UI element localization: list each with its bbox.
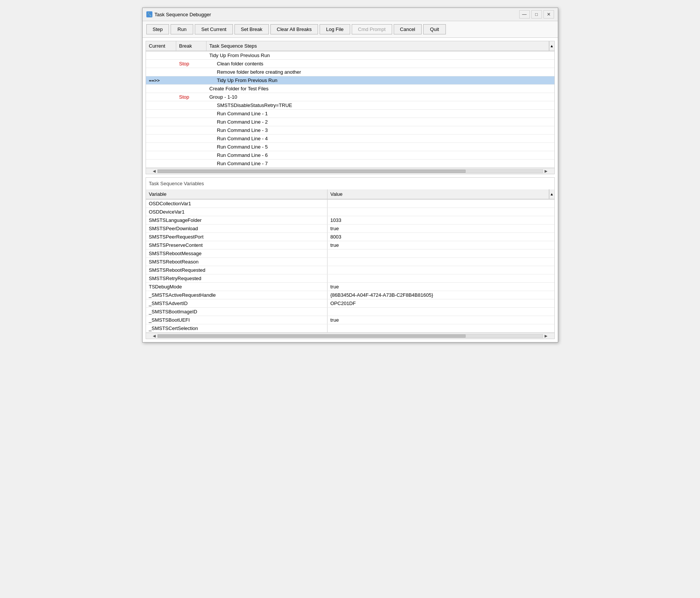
sequence-row[interactable]: StopClean folder contents	[146, 60, 554, 68]
cell-variable-name: _SMSTSActiveRequestHandle	[146, 291, 327, 299]
variables-horizontal-scrollbar[interactable]: ◀ ▶	[146, 333, 554, 339]
variable-row[interactable]: SMSTSPreserveContenttrue	[146, 241, 554, 249]
sequence-row[interactable]: Create Folder for Test Files	[146, 85, 554, 93]
cell-break	[176, 129, 206, 132]
var-scroll-track[interactable]	[157, 334, 543, 338]
cell-variable-name: SMSTSRetryRequested	[146, 274, 327, 282]
log-file-button[interactable]: Log File	[320, 24, 350, 34]
sequence-row[interactable]: Run Command Line - 1	[146, 110, 554, 118]
variable-row[interactable]: TSDebugModetrue	[146, 283, 554, 291]
variable-row[interactable]: SMSTSPeerDownloadtrue	[146, 225, 554, 233]
scroll-thumb[interactable]	[158, 170, 466, 173]
sequence-row[interactable]: Run Command Line - 3	[146, 126, 554, 135]
cell-current	[146, 113, 176, 115]
cell-break	[176, 113, 206, 115]
minimize-button[interactable]: —	[519, 10, 530, 19]
step-button[interactable]: Step	[146, 24, 169, 34]
variable-row[interactable]: _SMSTSActiveRequestHandle{86B345D4-A04F-…	[146, 291, 554, 299]
cell-step: SMSTSDisableStatusRetry=TRUE	[206, 101, 554, 109]
cell-variable-name: SMSTSRebootMessage	[146, 249, 327, 257]
header-value: Value	[327, 189, 549, 199]
variable-row[interactable]: OSDCollectionVar1	[146, 200, 554, 208]
cell-variable-value	[327, 269, 554, 271]
toolbar: StepRunSet CurrentSet BreakClear All Bre…	[143, 21, 558, 38]
variables-panel: Task Sequence Variables Variable Value ▲…	[146, 177, 555, 339]
sequence-row[interactable]: Run Command Line - 6	[146, 151, 554, 160]
cell-current	[146, 104, 176, 107]
cell-step: Tidy Up From Previous Run	[206, 76, 554, 84]
var-scroll-left-icon[interactable]: ◀	[151, 334, 157, 338]
cell-variable-value: 1033	[327, 216, 554, 224]
title-bar-left: 🔧 Task Sequence Debugger	[146, 11, 211, 17]
variable-row[interactable]: _SMSTSBootImageID	[146, 308, 554, 316]
variable-row[interactable]: SMSTSRetryRequested	[146, 274, 554, 283]
set-current-button[interactable]: Set Current	[195, 24, 233, 34]
sequence-row[interactable]: Run Command Line - 7	[146, 160, 554, 168]
cell-variable-name: _SMSTSCertSelection	[146, 324, 327, 332]
scroll-track[interactable]	[157, 169, 543, 173]
cell-variable-value	[327, 253, 554, 255]
variable-row[interactable]: _SMSTSAdvertIDOPC201DF	[146, 299, 554, 308]
cell-break	[176, 104, 206, 107]
variable-row[interactable]: SMSTSPeerRequestPort8003	[146, 233, 554, 241]
scroll-left-icon[interactable]: ◀	[151, 169, 157, 173]
cell-variable-name: SMSTSRebootReason	[146, 258, 327, 266]
sequence-row[interactable]: Run Command Line - 2	[146, 118, 554, 126]
variable-row[interactable]: _SMSTSCertSelection	[146, 324, 554, 333]
cell-variable-value: true	[327, 283, 554, 291]
cell-variable-name: SMSTSPreserveContent	[146, 241, 327, 249]
maximize-button[interactable]: □	[531, 10, 542, 19]
scroll-right-icon[interactable]: ▶	[543, 169, 549, 173]
sequence-row[interactable]: Remove folder before creating another	[146, 68, 554, 76]
cmd-prompt-button: Cmd Prompt	[352, 24, 392, 34]
sequence-row[interactable]: StopGroup - 1-10	[146, 93, 554, 101]
variable-row[interactable]: SMSTSLanguageFolder1033	[146, 216, 554, 225]
sequence-row[interactable]: Tidy Up From Previous Run	[146, 51, 554, 60]
cell-variable-name: _SMSTSBootUEFI	[146, 316, 327, 324]
variable-row[interactable]: _SMSTSBootUEFItrue	[146, 316, 554, 324]
cell-variable-name: _SMSTSBootImageID	[146, 308, 327, 316]
sequence-row[interactable]: Run Command Line - 5	[146, 143, 554, 151]
sequence-grid-header: Current Break Task Sequence Steps ▲	[146, 41, 554, 51]
set-break-button[interactable]: Set Break	[234, 24, 269, 34]
scroll-up-icon[interactable]: ▲	[549, 41, 554, 51]
sequence-row[interactable]: SMSTSDisableStatusRetry=TRUE	[146, 101, 554, 110]
sequence-row[interactable]: ==>>Tidy Up From Previous Run	[146, 76, 554, 85]
variable-row[interactable]: SMSTSRebootReason	[146, 258, 554, 266]
cell-current	[146, 71, 176, 73]
cell-break	[176, 54, 206, 57]
cell-variable-value	[327, 211, 554, 213]
var-scroll-right-icon[interactable]: ▶	[543, 334, 549, 338]
cell-variable-value: true	[327, 316, 554, 324]
cell-current: ==>>	[146, 77, 176, 84]
run-button[interactable]: Run	[171, 24, 193, 34]
cell-variable-value	[327, 261, 554, 263]
close-button[interactable]: ✕	[543, 10, 554, 19]
variable-row[interactable]: SMSTSRebootRequested	[146, 266, 554, 274]
quit-button[interactable]: Quit	[423, 24, 446, 34]
main-window: 🔧 Task Sequence Debugger — □ ✕ StepRunSe…	[142, 8, 558, 342]
cell-variable-name: SMSTSPeerRequestPort	[146, 233, 327, 241]
sequence-grid-body[interactable]: Tidy Up From Previous RunStopClean folde…	[146, 51, 554, 168]
var-scroll-up-icon[interactable]: ▲	[549, 189, 554, 199]
sequence-row[interactable]: Run Command Line - 4	[146, 135, 554, 143]
var-scroll-thumb[interactable]	[158, 335, 466, 338]
horizontal-scrollbar[interactable]: ◀ ▶	[146, 168, 554, 174]
cell-variable-name: SMSTSPeerDownload	[146, 225, 327, 232]
cell-break	[176, 88, 206, 90]
header-steps: Task Sequence Steps	[206, 41, 549, 51]
app-icon: 🔧	[146, 11, 152, 17]
header-current: Current	[146, 41, 176, 51]
variables-grid-body[interactable]: OSDCollectionVar1OSDDeviceVar1SMSTSLangu…	[146, 200, 554, 333]
cell-break	[176, 138, 206, 140]
cell-current	[146, 88, 176, 90]
clear-all-breaks-button[interactable]: Clear All Breaks	[270, 24, 318, 34]
window-title: Task Sequence Debugger	[155, 12, 211, 17]
variable-row[interactable]: SMSTSRebootMessage	[146, 249, 554, 258]
cell-variable-name: OSDDeviceVar1	[146, 208, 327, 216]
header-break: Break	[176, 41, 206, 51]
cell-variable-name: SMSTSRebootRequested	[146, 266, 327, 274]
sequence-grid: Current Break Task Sequence Steps ▲ Tidy…	[146, 41, 554, 174]
cancel-button[interactable]: Cancel	[394, 24, 422, 34]
variable-row[interactable]: OSDDeviceVar1	[146, 208, 554, 216]
